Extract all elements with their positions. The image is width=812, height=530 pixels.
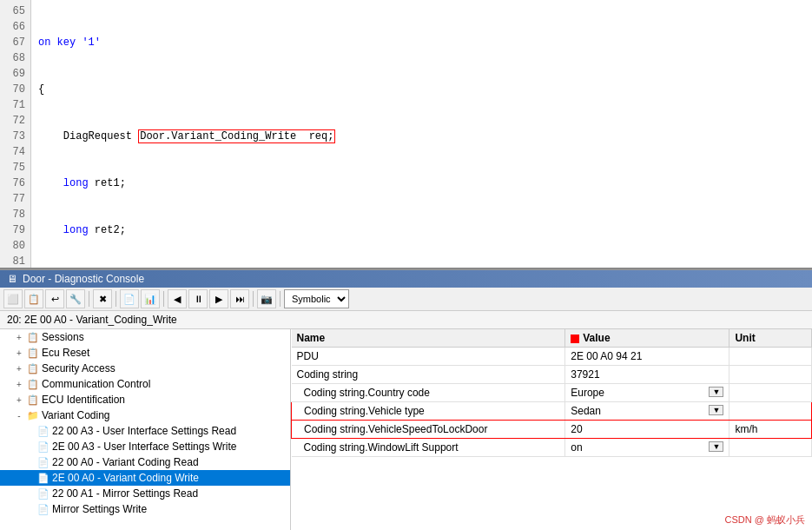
symbolic-dropdown[interactable]: Symbolic Numeric Hex (284, 289, 349, 308)
toolbar-btn-3[interactable]: ↩ (45, 289, 64, 308)
tree-item-ecu-id[interactable]: + 📋 ECU Identification (0, 392, 290, 407)
table-row: Coding string.WindowLift Support on ▼ (292, 439, 812, 457)
data-table: Name Value Unit PDU 2E 00 A0 94 21 (291, 329, 812, 457)
data-panel: Name Value Unit PDU 2E 00 A0 94 21 (291, 329, 812, 530)
toolbar-btn-5[interactable]: ✖ (93, 289, 112, 308)
icon-variant-coding: 📁 (27, 410, 39, 421)
icon-vc-22-a1-read: 📄 (37, 488, 50, 500)
toolbar-btn-8[interactable]: ◀ (168, 289, 187, 308)
label-vc-2e-write: 2E 00 A3 - User Interface Settings Write (52, 441, 237, 453)
code-lines: on key '1' { DiagRequest Door.Variant_Co… (31, 0, 812, 268)
cell-coding-name: Coding string (292, 366, 565, 384)
cell-country-name: Coding string.Country code (292, 384, 565, 402)
window-dropdown-arrow[interactable]: ▼ (709, 441, 723, 452)
tree-item-sessions[interactable]: + 📋 Sessions (0, 329, 290, 345)
label-comm-control: Communication Control (42, 378, 150, 390)
expand-comm-control: + (14, 380, 24, 389)
vtype-dropdown-arrow[interactable]: ▼ (709, 405, 723, 415)
toolbar-btn-7[interactable]: 📊 (141, 289, 160, 308)
label-variant-coding: Variant Coding (42, 409, 110, 421)
line-numbers: 65 66 67 68 69 70 71 72 73 74 75 76 77 7… (0, 0, 31, 268)
table-row: PDU 2E 00 A0 94 21 (292, 348, 812, 366)
request-label: 20: 2E 00 A0 - Variant_Coding_Write (0, 311, 812, 329)
label-vc-2e-a1-write: Mirror Settings Write (52, 503, 147, 515)
code-editor: 65 66 67 68 69 70 71 72 73 74 75 76 77 7… (0, 0, 812, 269)
table-row: Coding string 37921 (292, 366, 812, 384)
table-row-vehicle-type: Coding string.Vehicle type Sedan ▼ (292, 402, 812, 421)
toolbar-btn-11[interactable]: ⏭ (230, 289, 249, 308)
expand-sessions: + (14, 333, 24, 342)
cell-speed-unit: km/h (729, 421, 812, 439)
icon-vc-22-a0-read: 📄 (37, 457, 50, 468)
col-header-unit: Unit (729, 329, 812, 348)
sep-2 (116, 291, 116, 307)
diag-icon: 🖥 (7, 273, 17, 285)
label-vc-22-a0-read: 22 00 A0 - Variant Coding Read (52, 456, 199, 468)
tree-item-vc-2e-a1-write[interactable]: 📄 Mirror Settings Write (0, 501, 290, 517)
cell-country-value: Europe ▼ (565, 384, 729, 402)
label-vc-22-a1-read: 22 00 A1 - Mirror Settings Read (52, 487, 198, 500)
sep-1 (89, 291, 89, 307)
cell-window-unit (729, 439, 812, 457)
cell-country-unit (729, 384, 812, 402)
expand-vc-22-read (24, 427, 35, 436)
icon-ecu-reset: 📋 (27, 348, 39, 359)
toolbar-btn-10[interactable]: ▶ (209, 289, 228, 308)
sep-4 (253, 291, 254, 307)
country-dropdown-arrow[interactable]: ▼ (709, 387, 723, 397)
diag-title: Door - Diagnostic Console (23, 273, 144, 285)
cell-speed-value: 20 (565, 421, 729, 439)
tree-item-vc-22-a0-read[interactable]: 📄 22 00 A0 - Variant Coding Read (0, 454, 290, 470)
cell-window-name: Coding string.WindowLift Support (292, 439, 565, 457)
toolbar-btn-12[interactable]: 📷 (257, 289, 276, 308)
tree-item-vc-22-read[interactable]: 📄 22 00 A3 - User Interface Settings Rea… (0, 423, 290, 439)
cell-pdu-value: 2E 00 A0 94 21 (565, 348, 729, 366)
icon-vc-2e-a1-write: 📄 (37, 504, 50, 515)
expand-variant-coding: - (14, 411, 24, 421)
table-row: Coding string.Country code Europe ▼ (292, 384, 812, 402)
toolbar-btn-4[interactable]: 🔧 (66, 289, 85, 308)
red-square-icon (571, 335, 579, 343)
expand-vc-2e-a0-write (24, 474, 35, 483)
col-header-name: Name (292, 329, 565, 348)
tree-item-comm-control[interactable]: + 📋 Communication Control (0, 376, 290, 392)
sep-5 (280, 291, 281, 307)
expand-security-access: + (14, 364, 24, 374)
tree-item-ecu-reset[interactable]: + 📋 Ecu Reset (0, 345, 290, 361)
expand-ecu-reset: + (14, 348, 24, 358)
label-sessions: Sessions (42, 331, 84, 343)
tree-panel: + 📋 Sessions + 📋 Ecu Reset + 📋 Security … (0, 329, 291, 530)
tree-item-vc-22-a1-read[interactable]: 📄 22 00 A1 - Mirror Settings Read (0, 486, 290, 501)
icon-vc-22-read: 📄 (37, 426, 50, 437)
label-security-access: Security Access (42, 362, 116, 374)
label-ecu-reset: Ecu Reset (42, 347, 89, 359)
expand-vc-22-a0-read (24, 458, 35, 467)
label-vc-22-read: 22 00 A3 - User Interface Settings Read (52, 425, 236, 437)
cell-vtype-unit (729, 402, 812, 421)
icon-comm-control: 📋 (27, 379, 39, 390)
cell-vtype-name: Coding string.Vehicle type (292, 402, 565, 421)
cell-pdu-unit (729, 348, 812, 366)
toolbar-btn-1[interactable]: ⬜ (3, 289, 23, 308)
cell-speed-name: Coding string.VehicleSpeedToLockDoor (292, 421, 565, 439)
tree-item-security-access[interactable]: + 📋 Security Access (0, 361, 290, 376)
watermark: CSDN @ 蚂蚁小兵 (725, 513, 805, 527)
cell-pdu-name: PDU (292, 348, 565, 366)
table-row-speed-lock: Coding string.VehicleSpeedToLockDoor 20 … (292, 421, 812, 439)
icon-vc-2e-write: 📄 (37, 441, 50, 453)
expand-vc-2e-a1-write (24, 505, 35, 514)
toolbar-btn-9[interactable]: ⏸ (188, 289, 208, 308)
diag-toolbar: ⬜ 📋 ↩ 🔧 ✖ 📄 📊 ◀ ⏸ ▶ ⏭ 📷 Symbolic Numeric… (0, 288, 812, 311)
tree-item-vc-2e-write[interactable]: 📄 2E 00 A3 - User Interface Settings Wri… (0, 439, 290, 454)
icon-ecu-id: 📋 (27, 394, 39, 406)
diag-main: + 📋 Sessions + 📋 Ecu Reset + 📋 Security … (0, 329, 812, 530)
label-ecu-id: ECU Identification (42, 394, 125, 406)
tree-item-variant-coding[interactable]: - 📁 Variant Coding (0, 407, 290, 423)
tree-item-vc-2e-a0-write[interactable]: 📄 2E 00 A0 - Variant Coding Write (0, 470, 290, 486)
toolbar-btn-2[interactable]: 📋 (24, 289, 43, 308)
toolbar-btn-6[interactable]: 📄 (120, 289, 139, 308)
sep-3 (163, 291, 164, 307)
label-vc-2e-a0-write: 2E 00 A0 - Variant Coding Write (52, 472, 199, 484)
icon-security-access: 📋 (27, 363, 39, 374)
icon-vc-2e-a0-write: 📄 (37, 473, 50, 484)
